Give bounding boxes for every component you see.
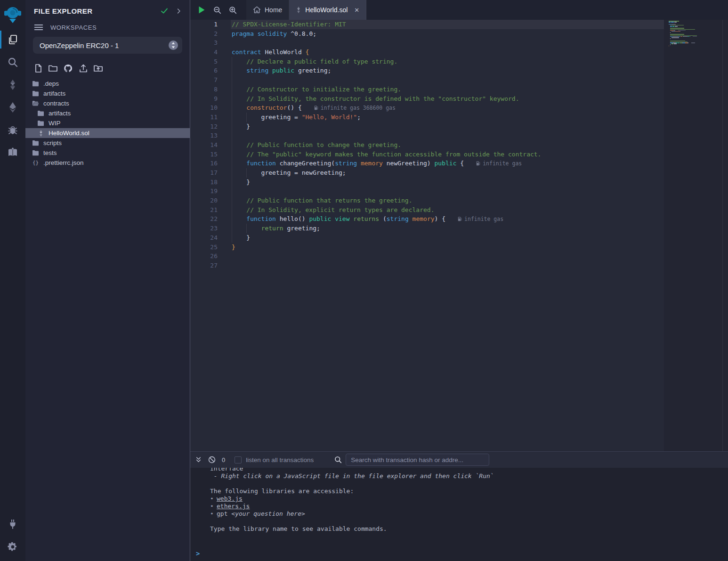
- code-line-19[interactable]: [231, 187, 664, 196]
- code-line-13[interactable]: [231, 131, 664, 140]
- bullet: •: [210, 495, 217, 503]
- listen-transactions-checkbox[interactable]: [235, 456, 242, 463]
- panel-title: FILE EXPLORER: [34, 7, 154, 15]
- activity-solidity-compiler[interactable]: [0, 73, 25, 96]
- check-icon[interactable]: [160, 7, 169, 15]
- activity-deploy-run[interactable]: [0, 96, 25, 119]
- activity-debugger[interactable]: [0, 119, 25, 141]
- terminal-prompt[interactable]: >: [196, 550, 200, 557]
- zoom-in-icon[interactable]: [229, 6, 237, 14]
- line-number: 23: [190, 224, 231, 233]
- code-line-27[interactable]: [231, 261, 664, 270]
- workspace-name: OpenZeppelin ERC20 - 1: [40, 41, 168, 49]
- bug-icon: [7, 124, 18, 136]
- tree-item-label: HelloWorld.sol: [49, 130, 89, 137]
- line-number: 16: [190, 159, 231, 168]
- code-line-12[interactable]: }: [231, 122, 664, 131]
- code-line-4[interactable]: contract HelloWorld {: [231, 48, 664, 57]
- code-line-26[interactable]: [231, 252, 664, 261]
- gas-estimate: infinite gas: [458, 216, 503, 222]
- code-line-17[interactable]: greeting = newGreeting;: [231, 168, 664, 178]
- upload-folder-button[interactable]: [92, 62, 104, 74]
- activity-search[interactable]: [0, 51, 25, 73]
- terminal-line: Type the library name to see available c…: [210, 525, 728, 533]
- terminal-output[interactable]: interface - Right click on a JavaScript …: [190, 468, 728, 561]
- line-number: 26: [190, 252, 231, 261]
- activity-file-explorer[interactable]: [0, 28, 25, 51]
- tree-item-wip[interactable]: WIP: [25, 118, 190, 128]
- clone-github-button[interactable]: [62, 62, 74, 74]
- activity-remix-logo[interactable]: [0, 2, 25, 28]
- files-icon: [7, 34, 18, 45]
- code-line-5[interactable]: // Declare a public field of type string…: [231, 57, 664, 66]
- code-line-8[interactable]: // Constructor to initialize the greetin…: [231, 85, 664, 94]
- line-number: 7: [190, 75, 231, 85]
- tab-home[interactable]: Home: [246, 0, 289, 20]
- tree-item-artifacts[interactable]: artifacts: [25, 108, 190, 118]
- code-content[interactable]: // SPDX-License-Identifier: MITpragma so…: [231, 20, 664, 451]
- folder-icon: [32, 90, 39, 97]
- code-line-6[interactable]: string public greeting;: [231, 66, 664, 75]
- tree-item--deps[interactable]: .deps: [25, 79, 190, 89]
- activity-settings[interactable]: [0, 536, 25, 558]
- code-line-10[interactable]: constructor() {infinite gas 368600 gas: [231, 103, 664, 113]
- file-explorer-header: FILE EXPLORER: [25, 0, 190, 19]
- github-icon: [63, 64, 73, 73]
- hamburger-menu-icon[interactable]: [34, 24, 43, 31]
- solidity-file-icon: [296, 7, 301, 13]
- code-editor[interactable]: 1234567891011121314151617181920212223242…: [190, 20, 728, 451]
- code-line-18[interactable]: }: [231, 178, 664, 187]
- new-folder-button[interactable]: [47, 62, 59, 74]
- code-line-7[interactable]: [231, 75, 664, 85]
- line-number: 5: [190, 57, 231, 66]
- upload-file-button[interactable]: [77, 62, 89, 74]
- expand-terminal-icon[interactable]: [195, 456, 202, 463]
- code-line-25[interactable]: }: [231, 243, 664, 252]
- tree-item-label: .prettierrc.json: [43, 159, 84, 166]
- tree-item-tests[interactable]: tests: [25, 148, 190, 158]
- line-number: 12: [190, 122, 231, 131]
- tree-item-label: WIP: [49, 120, 61, 127]
- code-line-9[interactable]: // In Solidity, the constructor is defin…: [231, 94, 664, 104]
- new-file-button[interactable]: [32, 62, 44, 74]
- zoom-out-icon[interactable]: [213, 6, 221, 14]
- terminal-search-input[interactable]: [346, 454, 489, 466]
- solidity-icon: [8, 79, 18, 90]
- activity-learn[interactable]: [0, 141, 25, 164]
- run-script-button[interactable]: [198, 6, 206, 14]
- tree-item-artifacts[interactable]: artifacts: [25, 89, 190, 98]
- code-line-23[interactable]: return greeting;: [231, 224, 664, 233]
- chevron-right-icon[interactable]: [175, 8, 182, 15]
- line-number: 25: [190, 243, 231, 252]
- activity-plugin-manager[interactable]: [0, 513, 25, 536]
- code-line-14[interactable]: // Public function to change the greetin…: [231, 140, 664, 150]
- tree-item-scripts[interactable]: scripts: [25, 138, 190, 148]
- minimap[interactable]: [664, 20, 728, 451]
- code-line-20[interactable]: // Public function that returns the gree…: [231, 196, 664, 205]
- line-number: 17: [190, 168, 231, 178]
- code-line-11[interactable]: greeting = "Hello, World!";: [231, 113, 664, 122]
- bullet: •: [210, 503, 217, 510]
- tree-item-helloworld-sol[interactable]: HelloWorld.sol: [25, 128, 190, 138]
- tree-item-label: artifacts: [43, 90, 65, 97]
- code-line-24[interactable]: }: [231, 233, 664, 243]
- tab-helloworld-sol[interactable]: HelloWorld.sol✕: [289, 0, 366, 20]
- terminal-link[interactable]: ethers.js: [217, 503, 250, 510]
- code-line-1[interactable]: // SPDX-License-Identifier: MIT: [231, 20, 664, 29]
- code-line-22[interactable]: function hello() public view returns (st…: [231, 214, 664, 224]
- close-icon[interactable]: ✕: [354, 7, 359, 14]
- code-line-3[interactable]: [231, 38, 664, 48]
- terminal-link[interactable]: web3.js: [217, 495, 243, 502]
- line-number: 4: [190, 48, 231, 57]
- code-line-15[interactable]: // The "public" keyword makes the functi…: [231, 150, 664, 159]
- clear-console-icon[interactable]: [208, 456, 216, 463]
- gas-estimate: infinite gas 368600 gas: [314, 105, 396, 111]
- deploy-icon: [7, 102, 18, 113]
- tree-item-contracts[interactable]: contracts: [25, 98, 190, 108]
- line-number: 3: [190, 38, 231, 48]
- tree-item--prettierrc-json[interactable]: {}.prettierrc.json: [25, 158, 190, 168]
- code-line-2[interactable]: pragma solidity ^0.8.0;: [231, 29, 664, 39]
- workspace-select[interactable]: OpenZeppelin ERC20 - 1: [33, 37, 182, 54]
- code-line-16[interactable]: function changeGreeting(string memory ne…: [231, 159, 664, 168]
- code-line-21[interactable]: // In Solidity, explicit return types ar…: [231, 205, 664, 215]
